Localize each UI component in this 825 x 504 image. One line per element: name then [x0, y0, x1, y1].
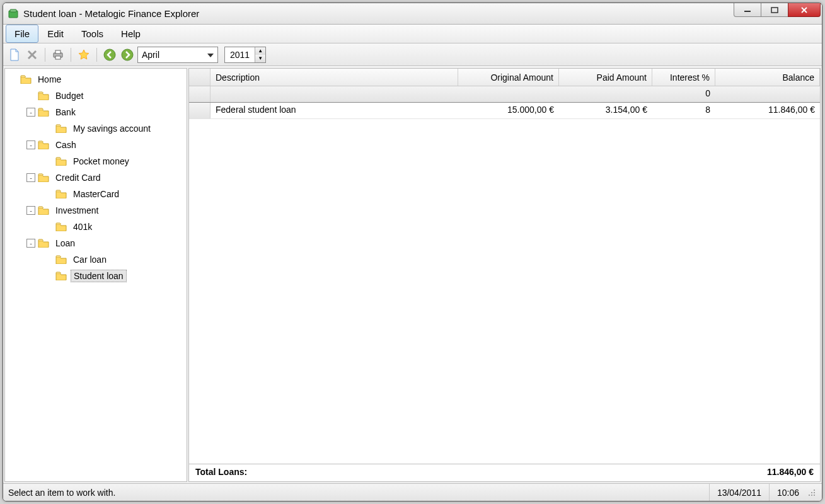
tree-item[interactable]: 401k [5, 219, 187, 235]
app-icon [8, 8, 20, 20]
total-label: Total Loans: [195, 467, 247, 479]
year-value: 2011 [225, 50, 255, 60]
tree-item[interactable]: Student loan [5, 268, 187, 284]
tree-item-label: Cash [53, 139, 79, 151]
folder-icon [38, 140, 53, 149]
tree-item-label: Student loan [71, 270, 127, 282]
month-select[interactable]: April [137, 47, 218, 63]
grid-header: Description Original Amount Paid Amount … [189, 69, 820, 86]
new-button[interactable] [7, 47, 22, 62]
folder-icon [20, 75, 35, 84]
tree-item[interactable]: My savings account [5, 120, 187, 137]
col-description[interactable]: Description [211, 69, 458, 86]
collapse-icon[interactable]: - [26, 140, 35, 149]
loan-grid: Description Original Amount Paid Amount … [188, 68, 821, 482]
x-icon [26, 49, 38, 60]
status-date: 13/04/2011 [709, 484, 769, 501]
page-icon [9, 49, 20, 61]
year-up-button[interactable]: ▲ [255, 47, 265, 55]
table-row[interactable]: Federal student loan15.000,00 €3.154,00 … [189, 103, 820, 119]
navigation-tree[interactable]: HomeBudget-BankMy savings account-CashPo… [4, 68, 187, 482]
next-button[interactable] [120, 47, 135, 62]
svg-point-13 [814, 495, 815, 496]
tree-item-label: Pocket money [71, 156, 132, 167]
toolbar: April 2011 ▲ ▼ [3, 43, 822, 66]
tree-item[interactable]: -Bank [5, 104, 187, 120]
minimize-button[interactable] [734, 3, 761, 17]
tree-item[interactable]: Budget [5, 88, 187, 104]
folder-icon [55, 157, 71, 166]
tree-item-label: Budget [53, 90, 86, 101]
collapse-icon[interactable]: - [26, 239, 35, 248]
svg-rect-3 [771, 8, 778, 13]
printer-icon [52, 49, 64, 60]
tree-item[interactable]: Pocket money [5, 153, 187, 169]
menu-bar: File Edit Tools Help [3, 25, 822, 43]
svg-point-11 [104, 49, 115, 60]
favorite-button[interactable] [76, 47, 91, 62]
svg-point-12 [122, 49, 133, 60]
tree-item-label: Bank [53, 106, 78, 118]
status-message: Select an item to work with. [8, 488, 709, 498]
col-balance[interactable]: Balance [715, 69, 820, 86]
menu-edit[interactable]: Edit [38, 25, 72, 43]
folder-icon [38, 108, 53, 117]
svg-rect-1 [10, 9, 16, 12]
year-spinner[interactable]: 2011 ▲ ▼ [224, 47, 266, 63]
folder-icon [55, 124, 71, 133]
col-paid-amount[interactable]: Paid Amount [559, 69, 652, 86]
grid-body[interactable]: 0Federal student loan15.000,00 €3.154,00… [189, 86, 820, 464]
tree-item[interactable]: -Investment [5, 202, 187, 219]
collapse-icon[interactable]: - [26, 173, 35, 182]
delete-button[interactable] [25, 47, 40, 62]
prev-button[interactable] [102, 47, 117, 62]
row-indicator-header[interactable] [189, 69, 211, 86]
status-bar: Select an item to work with. 13/04/2011 … [3, 483, 822, 501]
menu-tools[interactable]: Tools [72, 25, 112, 43]
tree-item-label: MasterCard [71, 188, 122, 200]
tree-item[interactable]: Home [5, 71, 187, 88]
tree-item-label: Credit Card [53, 172, 103, 183]
col-interest[interactable]: Interest % [652, 69, 715, 86]
tree-item-label: Investment [53, 205, 101, 216]
folder-icon [55, 272, 71, 280]
cell-description: Federal student loan [211, 103, 458, 118]
col-original-amount[interactable]: Original Amount [458, 69, 559, 86]
star-icon [78, 49, 90, 61]
summary-row[interactable]: 0 [189, 86, 820, 103]
close-button[interactable] [788, 3, 821, 17]
collapse-icon[interactable]: - [26, 206, 35, 215]
month-value: April [142, 50, 159, 60]
tree-item[interactable]: -Credit Card [5, 169, 187, 186]
title-bar[interactable]: Student loan - Metalogic Finance Explore… [3, 3, 822, 25]
folder-icon [38, 91, 53, 100]
total-row: Total Loans: 11.846,00 € [189, 464, 820, 481]
window-title: Student loan - Metalogic Finance Explore… [23, 8, 734, 19]
tree-item-label: Car loan [71, 254, 109, 265]
tree-item-label: My savings account [71, 123, 153, 134]
menu-help[interactable]: Help [112, 25, 149, 43]
print-button[interactable] [50, 47, 66, 62]
folder-icon [38, 239, 53, 248]
maximize-button[interactable] [761, 3, 788, 17]
svg-point-18 [814, 490, 815, 491]
menu-file[interactable]: File [6, 25, 38, 43]
tree-item[interactable]: MasterCard [5, 186, 187, 202]
arrow-left-icon [103, 49, 116, 61]
tree-item[interactable]: Car loan [5, 251, 187, 268]
folder-icon [55, 222, 71, 231]
cell-interest: 8 [652, 103, 715, 118]
collapse-icon[interactable]: - [26, 108, 35, 117]
resize-grip-icon[interactable] [807, 488, 817, 498]
tree-item[interactable]: -Cash [5, 137, 187, 153]
svg-point-15 [814, 492, 815, 493]
folder-icon [55, 190, 71, 198]
year-down-button[interactable]: ▼ [255, 55, 265, 62]
total-value: 11.846,00 € [767, 467, 814, 479]
tree-item[interactable]: -Loan [5, 235, 187, 251]
folder-icon [38, 173, 53, 182]
status-time: 10:06 [769, 484, 807, 501]
tree-item-label: 401k [71, 221, 95, 232]
svg-rect-10 [55, 56, 61, 59]
arrow-right-icon [121, 49, 134, 61]
